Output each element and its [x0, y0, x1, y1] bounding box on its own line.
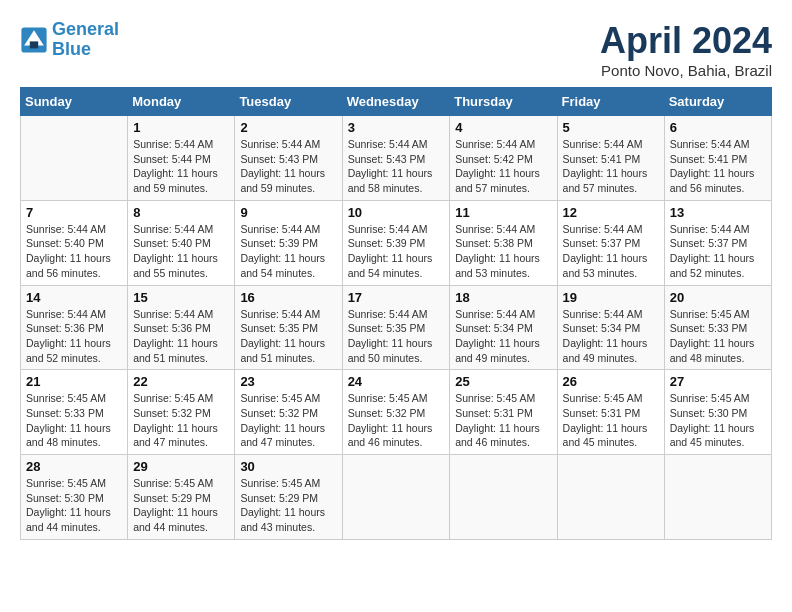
calendar-week-row: 7Sunrise: 5:44 AM Sunset: 5:40 PM Daylig… — [21, 200, 772, 285]
day-info: Sunrise: 5:44 AM Sunset: 5:37 PM Dayligh… — [563, 222, 659, 281]
calendar-cell — [664, 455, 771, 540]
day-number: 22 — [133, 374, 229, 389]
day-number: 27 — [670, 374, 766, 389]
calendar-cell: 1Sunrise: 5:44 AM Sunset: 5:44 PM Daylig… — [128, 116, 235, 201]
day-number: 19 — [563, 290, 659, 305]
svg-rect-2 — [30, 41, 38, 48]
calendar-cell: 22Sunrise: 5:45 AM Sunset: 5:32 PM Dayli… — [128, 370, 235, 455]
calendar-cell: 3Sunrise: 5:44 AM Sunset: 5:43 PM Daylig… — [342, 116, 450, 201]
day-info: Sunrise: 5:44 AM Sunset: 5:43 PM Dayligh… — [348, 137, 445, 196]
page-header: General Blue April 2024 Ponto Novo, Bahi… — [20, 20, 772, 79]
calendar-cell: 13Sunrise: 5:44 AM Sunset: 5:37 PM Dayli… — [664, 200, 771, 285]
day-number: 23 — [240, 374, 336, 389]
calendar-cell: 11Sunrise: 5:44 AM Sunset: 5:38 PM Dayli… — [450, 200, 557, 285]
day-info: Sunrise: 5:44 AM Sunset: 5:39 PM Dayligh… — [240, 222, 336, 281]
day-info: Sunrise: 5:45 AM Sunset: 5:32 PM Dayligh… — [240, 391, 336, 450]
day-info: Sunrise: 5:44 AM Sunset: 5:36 PM Dayligh… — [133, 307, 229, 366]
calendar-cell: 15Sunrise: 5:44 AM Sunset: 5:36 PM Dayli… — [128, 285, 235, 370]
day-number: 4 — [455, 120, 551, 135]
day-number: 20 — [670, 290, 766, 305]
calendar-cell — [342, 455, 450, 540]
calendar-cell: 6Sunrise: 5:44 AM Sunset: 5:41 PM Daylig… — [664, 116, 771, 201]
calendar-cell: 9Sunrise: 5:44 AM Sunset: 5:39 PM Daylig… — [235, 200, 342, 285]
column-header-tuesday: Tuesday — [235, 88, 342, 116]
day-number: 16 — [240, 290, 336, 305]
day-info: Sunrise: 5:44 AM Sunset: 5:44 PM Dayligh… — [133, 137, 229, 196]
day-info: Sunrise: 5:44 AM Sunset: 5:35 PM Dayligh… — [348, 307, 445, 366]
calendar-cell: 5Sunrise: 5:44 AM Sunset: 5:41 PM Daylig… — [557, 116, 664, 201]
calendar-header-row: SundayMondayTuesdayWednesdayThursdayFrid… — [21, 88, 772, 116]
calendar-cell — [450, 455, 557, 540]
calendar-cell — [21, 116, 128, 201]
calendar-week-row: 14Sunrise: 5:44 AM Sunset: 5:36 PM Dayli… — [21, 285, 772, 370]
day-number: 17 — [348, 290, 445, 305]
day-number: 9 — [240, 205, 336, 220]
calendar-cell: 18Sunrise: 5:44 AM Sunset: 5:34 PM Dayli… — [450, 285, 557, 370]
calendar-week-row: 28Sunrise: 5:45 AM Sunset: 5:30 PM Dayli… — [21, 455, 772, 540]
calendar-week-row: 21Sunrise: 5:45 AM Sunset: 5:33 PM Dayli… — [21, 370, 772, 455]
calendar-body: 1Sunrise: 5:44 AM Sunset: 5:44 PM Daylig… — [21, 116, 772, 540]
day-number: 7 — [26, 205, 122, 220]
column-header-monday: Monday — [128, 88, 235, 116]
calendar-cell: 23Sunrise: 5:45 AM Sunset: 5:32 PM Dayli… — [235, 370, 342, 455]
day-info: Sunrise: 5:44 AM Sunset: 5:43 PM Dayligh… — [240, 137, 336, 196]
day-info: Sunrise: 5:44 AM Sunset: 5:37 PM Dayligh… — [670, 222, 766, 281]
calendar-week-row: 1Sunrise: 5:44 AM Sunset: 5:44 PM Daylig… — [21, 116, 772, 201]
day-number: 24 — [348, 374, 445, 389]
title-block: April 2024 Ponto Novo, Bahia, Brazil — [600, 20, 772, 79]
day-number: 13 — [670, 205, 766, 220]
day-number: 18 — [455, 290, 551, 305]
calendar-cell: 20Sunrise: 5:45 AM Sunset: 5:33 PM Dayli… — [664, 285, 771, 370]
calendar-cell: 10Sunrise: 5:44 AM Sunset: 5:39 PM Dayli… — [342, 200, 450, 285]
column-header-wednesday: Wednesday — [342, 88, 450, 116]
day-info: Sunrise: 5:44 AM Sunset: 5:34 PM Dayligh… — [455, 307, 551, 366]
day-info: Sunrise: 5:45 AM Sunset: 5:32 PM Dayligh… — [133, 391, 229, 450]
day-number: 28 — [26, 459, 122, 474]
day-number: 14 — [26, 290, 122, 305]
day-info: Sunrise: 5:44 AM Sunset: 5:38 PM Dayligh… — [455, 222, 551, 281]
calendar-cell: 8Sunrise: 5:44 AM Sunset: 5:40 PM Daylig… — [128, 200, 235, 285]
day-info: Sunrise: 5:45 AM Sunset: 5:29 PM Dayligh… — [133, 476, 229, 535]
day-info: Sunrise: 5:44 AM Sunset: 5:40 PM Dayligh… — [133, 222, 229, 281]
calendar-cell: 16Sunrise: 5:44 AM Sunset: 5:35 PM Dayli… — [235, 285, 342, 370]
day-info: Sunrise: 5:44 AM Sunset: 5:36 PM Dayligh… — [26, 307, 122, 366]
day-number: 10 — [348, 205, 445, 220]
column-header-thursday: Thursday — [450, 88, 557, 116]
day-info: Sunrise: 5:44 AM Sunset: 5:41 PM Dayligh… — [670, 137, 766, 196]
day-number: 3 — [348, 120, 445, 135]
day-number: 12 — [563, 205, 659, 220]
day-number: 26 — [563, 374, 659, 389]
day-info: Sunrise: 5:44 AM Sunset: 5:42 PM Dayligh… — [455, 137, 551, 196]
calendar-cell: 28Sunrise: 5:45 AM Sunset: 5:30 PM Dayli… — [21, 455, 128, 540]
calendar-cell: 21Sunrise: 5:45 AM Sunset: 5:33 PM Dayli… — [21, 370, 128, 455]
day-info: Sunrise: 5:45 AM Sunset: 5:32 PM Dayligh… — [348, 391, 445, 450]
calendar-cell: 26Sunrise: 5:45 AM Sunset: 5:31 PM Dayli… — [557, 370, 664, 455]
calendar-cell: 17Sunrise: 5:44 AM Sunset: 5:35 PM Dayli… — [342, 285, 450, 370]
calendar-cell: 4Sunrise: 5:44 AM Sunset: 5:42 PM Daylig… — [450, 116, 557, 201]
logo-text: General Blue — [52, 20, 119, 60]
day-info: Sunrise: 5:44 AM Sunset: 5:40 PM Dayligh… — [26, 222, 122, 281]
day-info: Sunrise: 5:45 AM Sunset: 5:30 PM Dayligh… — [26, 476, 122, 535]
calendar-cell: 7Sunrise: 5:44 AM Sunset: 5:40 PM Daylig… — [21, 200, 128, 285]
day-info: Sunrise: 5:45 AM Sunset: 5:31 PM Dayligh… — [455, 391, 551, 450]
month-title: April 2024 — [600, 20, 772, 62]
calendar-cell: 12Sunrise: 5:44 AM Sunset: 5:37 PM Dayli… — [557, 200, 664, 285]
calendar-cell: 19Sunrise: 5:44 AM Sunset: 5:34 PM Dayli… — [557, 285, 664, 370]
day-info: Sunrise: 5:44 AM Sunset: 5:41 PM Dayligh… — [563, 137, 659, 196]
day-number: 5 — [563, 120, 659, 135]
calendar-cell: 2Sunrise: 5:44 AM Sunset: 5:43 PM Daylig… — [235, 116, 342, 201]
calendar-cell — [557, 455, 664, 540]
calendar-cell: 27Sunrise: 5:45 AM Sunset: 5:30 PM Dayli… — [664, 370, 771, 455]
logo: General Blue — [20, 20, 119, 60]
day-info: Sunrise: 5:44 AM Sunset: 5:34 PM Dayligh… — [563, 307, 659, 366]
calendar-cell: 30Sunrise: 5:45 AM Sunset: 5:29 PM Dayli… — [235, 455, 342, 540]
day-number: 6 — [670, 120, 766, 135]
day-number: 15 — [133, 290, 229, 305]
day-number: 21 — [26, 374, 122, 389]
calendar-cell: 29Sunrise: 5:45 AM Sunset: 5:29 PM Dayli… — [128, 455, 235, 540]
calendar-cell: 14Sunrise: 5:44 AM Sunset: 5:36 PM Dayli… — [21, 285, 128, 370]
day-number: 8 — [133, 205, 229, 220]
day-number: 30 — [240, 459, 336, 474]
day-info: Sunrise: 5:45 AM Sunset: 5:33 PM Dayligh… — [670, 307, 766, 366]
day-number: 11 — [455, 205, 551, 220]
